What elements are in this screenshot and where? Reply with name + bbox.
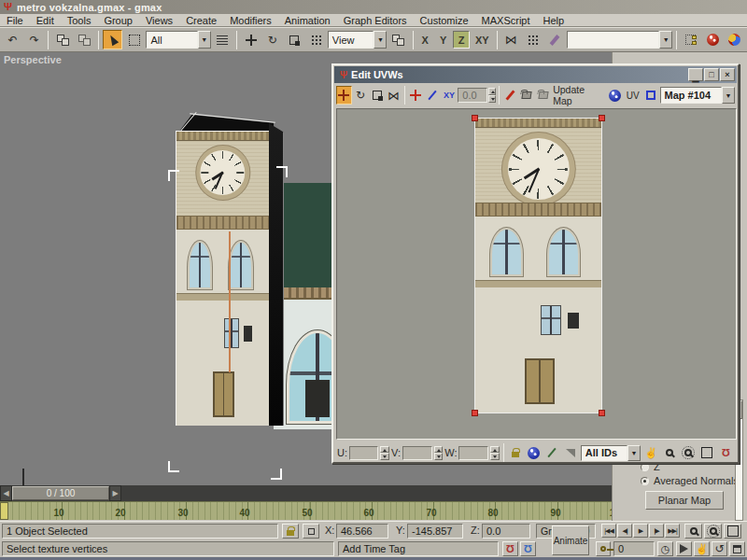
v-field[interactable] <box>402 446 431 460</box>
unlink-selection-button[interactable] <box>75 30 94 49</box>
absolute-offset-toggle[interactable] <box>303 524 319 539</box>
uv-mirror-button[interactable]: ⋈ <box>386 86 402 105</box>
uv-texture-map[interactable] <box>475 119 601 413</box>
menu-animation[interactable]: Animation <box>278 15 337 26</box>
uv-scale-button[interactable] <box>370 86 386 105</box>
key-mode-toggle[interactable] <box>596 541 611 556</box>
animate-button[interactable]: Animate <box>552 525 589 555</box>
zoom-region-button[interactable] <box>680 444 697 461</box>
uv-space-button[interactable]: XY <box>442 86 458 105</box>
previous-frame-button[interactable]: ◀| <box>617 524 632 538</box>
pan-button[interactable]: ✌ <box>642 444 659 461</box>
menu-modifiers[interactable]: Modifiers <box>223 15 278 26</box>
uvw-options-button[interactable] <box>643 86 659 105</box>
undo-button[interactable]: ↶ <box>3 30 22 49</box>
restrict-x-button[interactable]: X <box>417 31 433 49</box>
material-editor-button[interactable] <box>702 30 722 49</box>
named-selection-dropdown[interactable]: ▼ <box>567 31 673 49</box>
z-coord-field[interactable]: 0.0 <box>482 524 530 539</box>
timeline-ruler[interactable]: 10 20 30 40 50 60 70 80 90 100 <box>0 501 612 520</box>
u-spinner[interactable] <box>380 446 389 460</box>
uv-vertex-handle[interactable] <box>599 410 605 416</box>
selection-filter-dropdown[interactable]: All ▼ <box>146 31 210 49</box>
previous-frame-arrow[interactable]: ◀ <box>0 485 12 501</box>
y-coord-field[interactable]: -145.857 <box>407 524 463 539</box>
select-object-button[interactable] <box>103 30 122 49</box>
go-to-start-button[interactable]: |◀◀ <box>601 524 616 538</box>
time-slider-thumb[interactable]: 0 / 100 <box>12 486 109 500</box>
w-field[interactable] <box>458 446 487 460</box>
menu-maxscript[interactable]: MAXScript <box>475 15 537 26</box>
rectangular-selection-button[interactable] <box>124 30 144 49</box>
rotate-angle-field[interactable]: 0.0 <box>458 88 486 103</box>
id-filter-dropdown[interactable]: All IDs ▼ <box>581 445 641 461</box>
uv-edit-canvas[interactable] <box>336 108 737 440</box>
menu-customize[interactable]: Customize <box>414 15 475 26</box>
eyedropper-button[interactable] <box>544 444 561 461</box>
uv-channel-button[interactable]: UV <box>624 86 642 105</box>
current-frame-field[interactable]: 0 <box>613 541 655 556</box>
select-and-manipulate-button[interactable] <box>306 30 326 49</box>
next-frame-arrow[interactable]: ▶ <box>109 485 121 501</box>
filter-button[interactable] <box>562 444 579 461</box>
field-of-view-button[interactable] <box>676 541 692 556</box>
zoom-extents-button[interactable] <box>698 444 715 461</box>
menu-tools[interactable]: Tools <box>61 15 98 26</box>
snap-toggle-3d[interactable]: Ω <box>502 541 518 556</box>
u-field[interactable] <box>349 446 378 460</box>
viewport-label[interactable]: Perspective <box>4 54 62 65</box>
chevron-down-icon[interactable]: ▼ <box>627 445 641 461</box>
update-map-button[interactable]: Update Map <box>552 86 606 105</box>
minimize-button[interactable]: ▁ <box>688 68 703 81</box>
uv-freeform-button[interactable] <box>425 86 441 105</box>
uv-paint-button[interactable] <box>519 86 535 105</box>
chevron-down-icon[interactable]: ▼ <box>198 31 211 49</box>
uv-move-button[interactable] <box>336 86 352 105</box>
restrict-y-button[interactable]: Y <box>435 31 451 49</box>
lock-selection-button[interactable] <box>508 444 525 461</box>
snap-button[interactable]: Ω <box>717 444 734 461</box>
texture-visibility-button[interactable] <box>526 444 543 461</box>
planar-map-button[interactable]: Planar Map <box>645 491 724 510</box>
next-frame-button[interactable]: |▶ <box>649 524 664 538</box>
uv-vertex-handle[interactable] <box>472 115 478 121</box>
use-pivot-center-button[interactable] <box>388 30 408 49</box>
mirror-button[interactable]: ⋈ <box>501 30 521 49</box>
select-and-scale-button[interactable] <box>284 30 303 49</box>
array-button[interactable] <box>523 30 543 49</box>
zoom-button[interactable] <box>661 444 678 461</box>
add-time-tag[interactable]: Add Time Tag <box>338 541 499 556</box>
selection-lock-toggle[interactable] <box>282 524 299 539</box>
angle-spinner[interactable] <box>488 88 496 103</box>
min-max-toggle-button[interactable] <box>729 541 745 556</box>
uv-brush-button[interactable] <box>502 86 518 105</box>
menu-views[interactable]: Views <box>139 15 179 26</box>
uv-weld-button[interactable] <box>408 86 424 105</box>
render-button[interactable] <box>725 30 744 49</box>
w-spinner[interactable] <box>490 446 500 460</box>
uv-vertex-handle[interactable] <box>472 410 478 416</box>
zoom-all-button[interactable] <box>704 524 722 539</box>
menu-edit[interactable]: Edit <box>30 15 61 26</box>
arc-rotate-button[interactable]: ↺ <box>712 541 727 556</box>
select-and-rotate-button[interactable]: ↻ <box>262 30 282 49</box>
timeline-position-marker[interactable] <box>0 502 8 520</box>
menu-help[interactable]: Help <box>537 15 571 26</box>
zoom-button[interactable] <box>684 524 702 539</box>
dialog-titlebar[interactable]: Ψ Edit UVWs ▁ □ × <box>334 66 737 83</box>
restrict-xy-button[interactable]: XY <box>472 31 493 49</box>
v-spinner[interactable] <box>434 446 444 460</box>
pan-view-button[interactable]: ✌ <box>694 541 710 556</box>
menu-group[interactable]: Group <box>97 15 139 26</box>
select-by-name-button[interactable] <box>213 30 233 49</box>
menu-file[interactable]: File <box>0 15 30 26</box>
restrict-z-button[interactable]: Z <box>453 31 469 49</box>
show-map-toggle[interactable] <box>607 86 623 105</box>
time-configuration-button[interactable]: ◷ <box>657 541 673 556</box>
close-button[interactable]: × <box>720 68 735 81</box>
curve-editor-button[interactable] <box>681 30 700 49</box>
uv-rotate-button[interactable]: ↻ <box>353 86 369 105</box>
chevron-down-icon[interactable]: ▼ <box>374 31 387 49</box>
zoom-extents-button[interactable] <box>724 524 741 539</box>
select-and-move-button[interactable] <box>241 30 261 49</box>
